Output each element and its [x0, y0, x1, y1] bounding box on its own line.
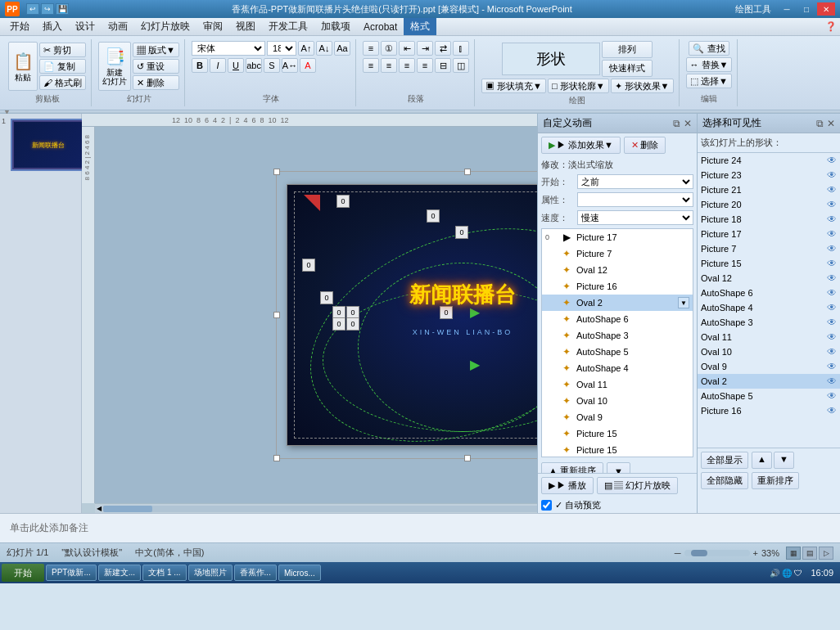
- bold-btn[interactable]: B: [192, 58, 208, 73]
- taskbar-item-3[interactable]: 场地照片: [188, 565, 233, 581]
- eye-icon-1[interactable]: 👁: [827, 169, 837, 181]
- font-color-btn[interactable]: A: [300, 58, 316, 73]
- anim-item-8[interactable]: ✦ AutoShape 4: [542, 360, 693, 376]
- anim-item-6[interactable]: ✦ AutoShape 3: [542, 327, 693, 344]
- menu-sheji[interactable]: 设计: [69, 18, 102, 35]
- sel-item-11[interactable]: AutoShape 3👁: [698, 315, 840, 330]
- shape-outline-btn[interactable]: □ 形状轮廓▼: [548, 79, 609, 93]
- eye-icon-7[interactable]: 👁: [827, 258, 837, 269]
- menu-kaishi[interactable]: 开始: [3, 18, 36, 35]
- eye-icon-6[interactable]: 👁: [827, 243, 837, 254]
- sel-item-7[interactable]: Picture 15👁: [698, 256, 840, 271]
- save-btn[interactable]: 💾: [56, 3, 69, 15]
- justify-btn[interactable]: ≡: [417, 58, 433, 73]
- eye-icon-0[interactable]: 👁: [827, 155, 837, 166]
- anim-item-2[interactable]: ✦ Oval 12: [542, 262, 693, 278]
- align-center-btn[interactable]: ≡: [381, 58, 397, 73]
- sel-item-1[interactable]: Picture 23👁: [698, 168, 840, 182]
- taskbar-item-4[interactable]: 香蕉作...: [234, 565, 277, 581]
- menu-acrobat[interactable]: Acrobat: [357, 20, 404, 34]
- outdent-btn[interactable]: ⇤: [399, 41, 415, 56]
- delete-btn[interactable]: ✕ 删除: [133, 75, 179, 90]
- menu-kaifa[interactable]: 开发工具: [262, 18, 314, 35]
- anim-item-12[interactable]: ✦ Picture 15: [542, 425, 693, 442]
- copy-btn[interactable]: 📄 复制: [39, 59, 86, 74]
- eye-icon-12[interactable]: 👁: [827, 331, 837, 343]
- eye-icon-14[interactable]: 👁: [827, 361, 837, 372]
- align-right-btn[interactable]: ≡: [399, 58, 415, 73]
- anim-item-9[interactable]: ✦ Oval 11: [542, 376, 693, 393]
- quick-styles-btn[interactable]: 快速样式: [602, 60, 653, 77]
- rtl-btn[interactable]: ⇄: [435, 41, 451, 56]
- maximize-btn[interactable]: □: [797, 2, 815, 16]
- slide-sorter-btn[interactable]: ▤: [802, 547, 817, 560]
- menu-geshi[interactable]: 格式: [404, 18, 436, 35]
- selection-panel-close[interactable]: ✕: [827, 118, 835, 129]
- zoom-thumb[interactable]: [691, 550, 707, 556]
- anim-item-4[interactable]: ✦ Oval 2 ▼: [542, 295, 693, 311]
- reorder-up-sel-btn[interactable]: ▲: [752, 452, 772, 469]
- align-vert-btn[interactable]: ⊟: [435, 58, 451, 73]
- anim-item-5[interactable]: ✦ AutoShape 6: [542, 311, 693, 327]
- format-painter-btn[interactable]: 🖌 格式刷: [39, 75, 86, 90]
- add-effect-btn[interactable]: ▶ ▶ 添加效果▼: [541, 137, 621, 154]
- replace-btn[interactable]: ↔ 替换▼: [686, 57, 733, 72]
- menu-donghua[interactable]: 动画: [102, 18, 134, 35]
- anim-item-11[interactable]: ✦ Oval 9: [542, 409, 693, 425]
- menu-shitu[interactable]: 视图: [229, 18, 262, 35]
- animation-panel-undock[interactable]: ⧉: [673, 118, 680, 129]
- font-name-select[interactable]: 宋体: [192, 41, 265, 56]
- reset-btn[interactable]: ↺ 重设: [133, 59, 179, 74]
- hscroll-left-btn[interactable]: ◀: [97, 505, 102, 512]
- eye-icon-15[interactable]: 👁: [827, 376, 837, 387]
- anim-item-13[interactable]: ✦ Picture 15: [542, 442, 693, 457]
- minimize-btn[interactable]: ─: [778, 2, 796, 16]
- taskbar-item-0[interactable]: PPT做新...: [46, 565, 97, 581]
- sel-item-13[interactable]: Oval 10👁: [698, 344, 840, 359]
- normal-view-btn[interactable]: ▦: [786, 547, 801, 560]
- delete-anim-btn[interactable]: ✕ 删除: [624, 137, 666, 154]
- font-size-select[interactable]: 18: [267, 41, 296, 56]
- strikethrough-btn[interactable]: abc: [246, 58, 262, 73]
- font-shrink-btn[interactable]: A↓: [316, 41, 332, 56]
- property-select[interactable]: [577, 192, 693, 207]
- eye-icon-3[interactable]: 👁: [827, 199, 837, 210]
- align-left-btn[interactable]: ≡: [363, 58, 379, 73]
- sel-item-14[interactable]: Oval 9👁: [698, 359, 840, 374]
- shadow-btn[interactable]: S: [264, 58, 280, 73]
- taskbar-item-1[interactable]: 新建文...: [98, 565, 141, 581]
- layout-btn[interactable]: ▦ 版式▼: [133, 43, 179, 57]
- smartart-btn[interactable]: ◫: [453, 58, 469, 73]
- reorder-sel-btn[interactable]: 重新排序: [752, 472, 799, 489]
- eye-icon-4[interactable]: 👁: [827, 214, 837, 225]
- shape-effects-btn[interactable]: ✦ 形状效果▼: [611, 79, 674, 93]
- eye-icon-11[interactable]: 👁: [827, 317, 837, 328]
- paste-btn[interactable]: 📋 粘贴: [8, 42, 38, 91]
- taskbar-item-5[interactable]: Micros...: [278, 565, 321, 581]
- play-btn[interactable]: ▶ ▶ 播放: [541, 477, 594, 494]
- arrange-btn[interactable]: 排列: [602, 41, 653, 58]
- eye-icon-8[interactable]: 👁: [827, 272, 837, 284]
- sel-item-6[interactable]: Picture 7👁: [698, 241, 840, 256]
- new-slide-btn[interactable]: 📑 新建幻灯片: [98, 42, 131, 91]
- eye-icon-13[interactable]: 👁: [827, 346, 837, 358]
- cut-btn[interactable]: ✂ 剪切: [39, 43, 86, 57]
- animation-panel-close[interactable]: ✕: [684, 118, 692, 129]
- sel-item-5[interactable]: Picture 17👁: [698, 227, 840, 241]
- eye-icon-5[interactable]: 👁: [827, 228, 837, 240]
- columns-btn[interactable]: ⫿: [453, 41, 469, 56]
- reorder-down-btn[interactable]: ▼: [607, 462, 630, 473]
- menu-charu[interactable]: 插入: [36, 18, 69, 35]
- slideshow-btn[interactable]: ▤ ▤ 幻灯片放映: [597, 477, 678, 494]
- anim-item-0[interactable]: 0 ▶ Picture 17: [542, 229, 693, 245]
- redo-btn[interactable]: ↪: [41, 3, 54, 15]
- slide-thumbnail[interactable]: 新闻联播台: [11, 119, 86, 171]
- sel-item-15[interactable]: Oval 2👁: [698, 374, 840, 389]
- sel-item-0[interactable]: Picture 24👁: [698, 153, 840, 168]
- clear-format-btn[interactable]: Aa: [334, 41, 350, 56]
- close-btn[interactable]: ✕: [817, 2, 835, 16]
- anim-item-7[interactable]: ✦ AutoShape 5: [542, 344, 693, 360]
- anim-item-10[interactable]: ✦ Oval 10: [542, 393, 693, 409]
- eye-icon-16[interactable]: 👁: [827, 390, 837, 402]
- eye-icon-2[interactable]: 👁: [827, 184, 837, 196]
